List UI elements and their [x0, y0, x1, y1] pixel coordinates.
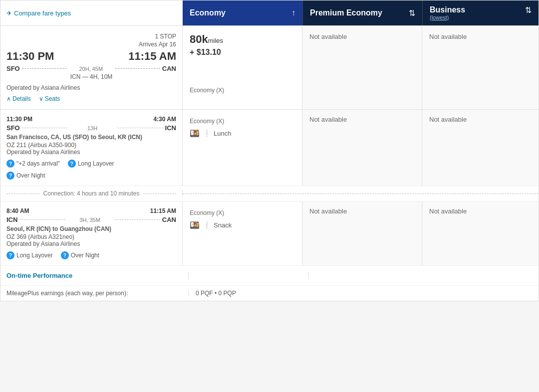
business-price-panel: Not available	[422, 26, 539, 109]
seats-link[interactable]: ∨ Seats	[39, 95, 60, 102]
miles-label: miles	[208, 37, 223, 44]
arrive-time: 11:15 AM	[128, 50, 176, 63]
seg2-economy: Economy (X) 🍱 ❕ Snack	[183, 201, 302, 265]
seg2-origin: ICN	[6, 216, 17, 223]
seg1-dots-right	[117, 128, 163, 128]
header-row: ✈ Compare fare types Economy ↑ Premium E…	[0, 0, 539, 26]
seg1-flight: OZ 211 (Airbus A350-900)	[6, 142, 176, 149]
premium-header: Premium Economy ⇅	[302, 0, 422, 25]
seg1-origin: SFO	[6, 124, 20, 132]
plus-fee: + $13.10	[190, 48, 295, 57]
layover-info: ICN — 4H, 10M	[6, 73, 176, 80]
seg1-route-row: SFO 13H ICN	[6, 124, 176, 132]
tag3-label: Over Night	[16, 172, 45, 179]
seg1-fare-class: Economy (X)	[190, 118, 295, 125]
premium-title: Premium Economy	[310, 8, 382, 17]
depart-time: 11:30 PM	[6, 50, 54, 63]
route-duration: 20H, 45M	[68, 66, 113, 72]
on-time-performance-link[interactable]: On-time Performance	[6, 272, 72, 279]
seg1-tags: ? "+2 days arrival" ? Long Layover	[6, 160, 176, 168]
seg1-arrive-time: 4:30 AM	[153, 116, 176, 123]
seg2-arrive-time: 11:15 AM	[150, 207, 176, 214]
seg2-premium: Not available	[302, 201, 422, 265]
seg2-tag2: ? Over Night	[61, 251, 99, 259]
compare-fare-types-link[interactable]: ✈ Compare fare types	[6, 9, 71, 17]
seg2-premium-na: Not available	[309, 207, 347, 215]
business-subtitle: (lowest)	[430, 14, 465, 20]
time-row: 11:30 PM 11:15 AM	[6, 50, 176, 63]
seg2-route-row: ICN 3H, 35M CAN	[6, 216, 176, 223]
mileage-row: MileagePlus earnings (each way, per pers…	[0, 286, 539, 301]
tag1-label: "+2 days arrival"	[16, 160, 60, 167]
stop-info: 1 STOP	[6, 33, 176, 40]
route-dots-right	[115, 68, 160, 69]
business-sort-icon[interactable]: ⇅	[525, 5, 532, 15]
seg1-operated: Operated by Asiana Airlines	[6, 149, 176, 156]
segment2-details: 8:40 AM 11:15 AM ICN 3H, 35M CAN Seoul, …	[0, 201, 183, 265]
footer-left: On-time Performance	[6, 272, 189, 279]
seg2-dots-left	[19, 219, 65, 220]
footer-economy	[189, 272, 308, 279]
summary-row: 1 STOP Arrives Apr 16 11:30 PM 11:15 AM …	[0, 26, 539, 110]
plane-icon: ✈	[6, 9, 12, 17]
economy-sort-icon[interactable]: ↑	[291, 8, 295, 17]
seg2-route-name: Seoul, KR (ICN) to Guangzhou (CAN)	[6, 225, 176, 232]
seg2-meal-exclamation: ❕	[203, 221, 211, 229]
conn-line-left	[6, 194, 39, 194]
economy-title: Economy	[190, 8, 226, 17]
mileage-value: 0 PQF • 0 PQP	[189, 290, 236, 297]
seg1-dest: ICN	[165, 124, 176, 132]
business-not-available: Not available	[429, 33, 467, 40]
seg2-business: Not available	[422, 201, 539, 265]
connection-left: Connection: 4 hours and 10 minutes	[0, 190, 183, 197]
flight-summary-panel: 1 STOP Arrives Apr 16 11:30 PM 11:15 AM …	[0, 26, 183, 109]
tag2-icon[interactable]: ?	[68, 160, 76, 168]
connection-text: Connection: 4 hours and 10 minutes	[39, 190, 144, 197]
tag3-icon[interactable]: ?	[6, 172, 14, 180]
details-link[interactable]: ∧ Details	[6, 95, 31, 102]
seg2-business-na: Not available	[429, 207, 467, 215]
seg1-route-name: San Francisco, CA, US (SFO) to Seoul, KR…	[6, 134, 176, 141]
seg1-tag3: ? Over Night	[6, 172, 45, 180]
seg2-time-row: 8:40 AM 11:15 AM	[6, 207, 176, 214]
seg2-meal-row: 🍱 ❕ Snack	[190, 220, 295, 230]
seg2-tag1-label: Long Layover	[16, 252, 53, 259]
seg2-tag1: ? Long Layover	[6, 251, 53, 259]
seg1-depart-time: 11:30 PM	[6, 116, 32, 123]
operated-by: Operated by Asiana Airlines	[6, 84, 176, 91]
business-header: Business (lowest) ⇅	[422, 0, 539, 25]
seg1-time-row: 11:30 PM 4:30 AM	[6, 116, 176, 123]
chevron-up-icon: ∧	[6, 95, 11, 102]
seg2-duration: 3H, 35M	[67, 217, 113, 223]
seg2-operated: Operated by Asiana Airlines	[6, 240, 176, 247]
seg1-business: Not available	[422, 110, 539, 186]
footer-row: On-time Performance	[0, 266, 539, 286]
header-left: ✈ Compare fare types	[0, 0, 183, 25]
seg1-premium: Not available	[302, 110, 422, 186]
conn-full-line	[183, 194, 539, 194]
details-row: ∧ Details ∨ Seats	[6, 95, 176, 102]
seg2-tag1-icon[interactable]: ?	[6, 251, 14, 259]
seg2-tag2-icon[interactable]: ?	[61, 251, 69, 259]
seg1-economy: Economy (X) 🍱 ❕ Lunch	[183, 110, 302, 186]
seg2-dots-right	[115, 219, 160, 220]
seg2-flight: OZ 369 (Airbus A321neo)	[6, 233, 176, 240]
economy-header: Economy ↑	[183, 0, 302, 25]
seg2-meal-label: Snack	[214, 221, 232, 229]
seg1-business-na: Not available	[429, 116, 467, 123]
page-container: ✈ Compare fare types Economy ↑ Premium E…	[0, 0, 539, 301]
segment2-row: 8:40 AM 11:15 AM ICN 3H, 35M CAN Seoul, …	[0, 201, 539, 266]
seg1-premium-na: Not available	[309, 116, 347, 123]
tag1-icon[interactable]: ?	[6, 160, 14, 168]
seg1-meal-label: Lunch	[214, 130, 231, 137]
arrives-info: Arrives Apr 16	[6, 41, 176, 48]
premium-sort-icon[interactable]: ⇅	[409, 8, 415, 18]
seg1-meal-exclamation: ❕	[203, 130, 211, 137]
seg1-tag2: ? Long Layover	[68, 160, 114, 168]
seg2-fare-class: Economy (X)	[190, 209, 295, 216]
footer-premium	[308, 272, 533, 279]
business-title: Business	[430, 5, 465, 14]
route-dots-left	[22, 68, 67, 69]
seg1-dots-left	[22, 128, 68, 128]
premium-price-panel: Not available	[302, 26, 422, 109]
